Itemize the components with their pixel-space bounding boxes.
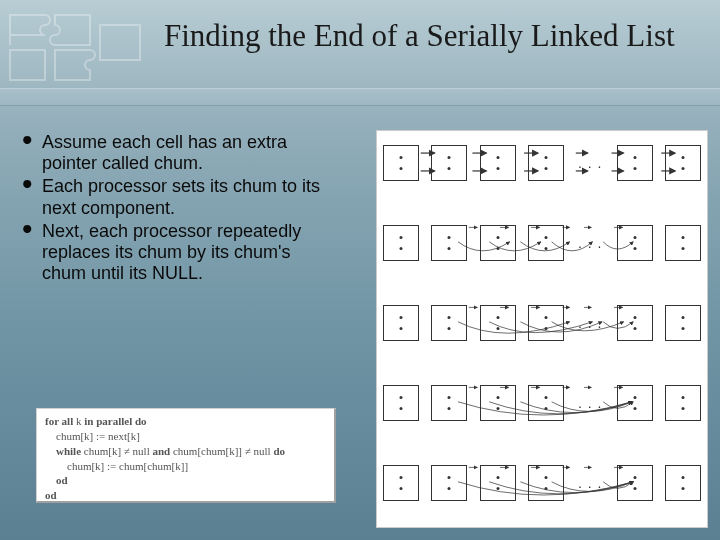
code-line: od <box>45 473 326 488</box>
list-cell <box>528 225 564 261</box>
list-cell <box>528 385 564 421</box>
linked-list-diagram: . . . . . . <box>376 130 708 528</box>
bullet-1: Assume each cell has an extra pointer ca… <box>20 132 330 174</box>
list-cell <box>617 145 653 181</box>
list-cell <box>383 305 419 341</box>
code-line: chum[k] := chum[chum[k]] <box>45 459 326 474</box>
header-divider <box>0 88 720 106</box>
list-cell <box>617 385 653 421</box>
list-cell <box>480 385 516 421</box>
list-cell <box>383 225 419 261</box>
list-cell <box>528 305 564 341</box>
diagram-row-3: . . . <box>383 299 701 347</box>
code-kw: do <box>273 445 285 457</box>
code-kw: while <box>45 445 84 457</box>
code-kw: in parallel do <box>84 415 146 427</box>
code-txt: k <box>76 415 84 427</box>
list-cell <box>480 305 516 341</box>
bullet-content: Assume each cell has an extra pointer ca… <box>20 132 330 287</box>
list-cell <box>528 465 564 501</box>
list-cell <box>617 465 653 501</box>
list-cell <box>528 145 564 181</box>
ellipsis: . . . <box>576 155 604 171</box>
list-cell <box>431 465 467 501</box>
ellipsis: . . . <box>576 235 604 251</box>
list-cell <box>383 145 419 181</box>
code-kw: and <box>152 445 173 457</box>
code-txt: chum[chum[k]] ≠ null <box>173 445 273 457</box>
ellipsis: . . . <box>576 395 604 411</box>
list-cell <box>383 465 419 501</box>
diagram-row-4: . . . <box>383 379 701 427</box>
list-cell <box>665 385 701 421</box>
ellipsis: . . . <box>576 475 604 491</box>
list-cell <box>617 225 653 261</box>
list-cell <box>431 145 467 181</box>
diagram-row-2: . . . <box>383 219 701 267</box>
slide-title: Finding the End of a Serially Linked Lis… <box>164 18 704 54</box>
list-cell <box>665 305 701 341</box>
list-cell <box>480 465 516 501</box>
code-line: chum[k] := next[k] <box>45 429 326 444</box>
code-line: od <box>45 488 326 503</box>
code-kw: for all <box>45 415 76 427</box>
list-cell <box>431 225 467 261</box>
algorithm-code: for all k in parallel do chum[k] := next… <box>36 408 336 503</box>
bullet-3: Next, each processor repeatedly replaces… <box>20 221 330 285</box>
bullet-2: Each processor sets its chum to its next… <box>20 176 330 218</box>
list-cell <box>665 465 701 501</box>
list-cell <box>480 145 516 181</box>
ellipsis: . . . <box>576 315 604 331</box>
diagram-row-5: . . . <box>383 459 701 507</box>
list-cell <box>665 225 701 261</box>
list-cell <box>617 305 653 341</box>
list-cell <box>431 305 467 341</box>
list-cell <box>431 385 467 421</box>
list-cell <box>480 225 516 261</box>
code-txt: chum[k] ≠ null <box>84 445 153 457</box>
list-cell <box>383 385 419 421</box>
list-cell <box>665 145 701 181</box>
diagram-row-1: . . . <box>383 139 701 187</box>
